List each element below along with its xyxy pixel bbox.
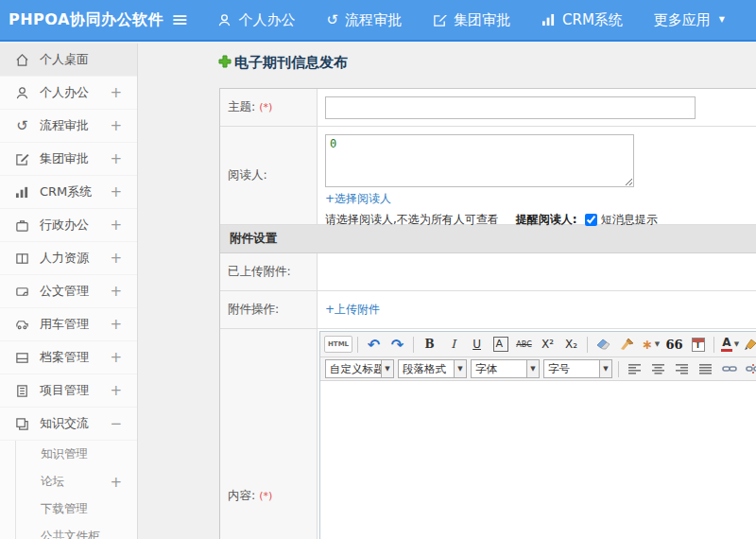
top-nav: 个人办公 ↺ 流程审批 集团审批 CRM系统 更多应用 ▼ xyxy=(217,11,756,29)
remove-link-button[interactable] xyxy=(742,358,756,379)
sidebar-subitem-knowledge-management[interactable]: 知识管理 xyxy=(16,441,137,468)
custom-heading-select[interactable]: 自定义标题 ▼ xyxy=(325,359,394,378)
nav-label: 个人办公 xyxy=(238,11,295,29)
nav-label: 更多应用 xyxy=(654,11,711,29)
sidebar-item-group-approval[interactable]: 集团审批 + xyxy=(0,143,137,176)
bold-button[interactable]: B xyxy=(419,334,440,355)
expand-toggle[interactable]: + xyxy=(110,349,122,366)
app-header: PHPOA协同办公软件 ≡ 个人办公 ↺ 流程审批 集团审批 CRM系统 更多应… xyxy=(0,0,756,42)
sms-notify-label: 短消息提示 xyxy=(601,212,658,228)
sms-notify-checkbox[interactable] xyxy=(585,214,597,226)
clipboard-icon xyxy=(14,383,30,399)
html-source-button[interactable]: HTML xyxy=(324,336,352,353)
layers-icon xyxy=(14,416,30,432)
sidebar-item-workflow-approval[interactable]: ↺ 流程审批 + xyxy=(0,110,137,143)
underline-button[interactable]: U xyxy=(466,334,488,355)
home-icon xyxy=(14,52,30,68)
sidebar-item-document-management[interactable]: 公文管理 + xyxy=(0,275,137,308)
expand-toggle[interactable]: − xyxy=(110,415,122,432)
nav-crm-system[interactable]: CRM系统 xyxy=(541,11,623,29)
autoformat-wand-button[interactable]: ∗ ▼ xyxy=(640,334,662,355)
readers-textarea[interactable]: 0 xyxy=(325,134,634,187)
sidebar-item-knowledge-exchange[interactable]: 知识交流 − xyxy=(0,408,137,441)
sidebar-item-admin-office[interactable]: 行政办公 + xyxy=(0,209,137,242)
sidebar-subitem-forum[interactable]: 论坛 + xyxy=(16,468,137,496)
expand-toggle[interactable]: + xyxy=(110,474,122,491)
expand-toggle[interactable]: + xyxy=(110,316,122,333)
editor-toolbar-row2: 自定义标题 ▼ 段落格式 ▼ 字体 ▼ 字号 ▼ xyxy=(320,357,756,381)
person-icon xyxy=(217,13,232,27)
sidebar-item-label: 项目管理 xyxy=(40,382,89,399)
readers-hint-line: 请选择阅读人,不选为所有人可查看 提醒阅读人: 短消息提示 xyxy=(325,212,756,228)
align-center-button[interactable] xyxy=(647,358,669,379)
chevron-down-icon: ▼ xyxy=(734,340,739,348)
sidebar-item-personal-office[interactable]: 个人办公 + xyxy=(0,77,137,110)
upload-attachment-link[interactable]: +上传附件 xyxy=(325,302,380,318)
required-mark: (*) xyxy=(259,490,272,502)
strikethrough-button[interactable]: ABC xyxy=(513,334,535,355)
sidebar-item-human-resources[interactable]: 人力资源 + xyxy=(0,242,137,275)
superscript-button[interactable]: X² xyxy=(537,334,558,355)
eraser-button[interactable] xyxy=(593,334,614,355)
sidebar-item-crm-system[interactable]: CRM系统 + xyxy=(0,176,137,209)
archive-icon xyxy=(14,350,30,366)
expand-toggle[interactable]: + xyxy=(110,84,122,101)
refresh-icon: ↺ xyxy=(326,13,338,27)
sidebar-subitem-download-management[interactable]: 下载管理 xyxy=(16,496,137,523)
expand-toggle[interactable]: + xyxy=(110,283,122,300)
nav-label: CRM系统 xyxy=(562,11,623,29)
nav-more-apps[interactable]: 更多应用 ▼ xyxy=(654,11,725,29)
sidebar-subitem-label: 论坛 xyxy=(41,474,64,490)
sidebar-subitem-public-file-cabinet[interactable]: 公共文件柜 xyxy=(16,523,137,539)
nav-label: 流程审批 xyxy=(345,11,402,29)
paste-as-text-button[interactable]: T xyxy=(687,334,709,355)
highlight-color-button[interactable]: ▼ xyxy=(743,334,756,355)
nav-group-approval[interactable]: 集团审批 xyxy=(433,11,510,29)
rich-text-editor: HTML ↶ ↷ B I U A ABC X² X₂ xyxy=(319,331,756,539)
format-brush-button[interactable] xyxy=(616,334,638,355)
align-justify-button[interactable] xyxy=(695,358,716,379)
font-family-select[interactable]: 字体 ▼ xyxy=(471,359,540,378)
sidebar-item-label: 公文管理 xyxy=(40,283,89,300)
subject-input[interactable] xyxy=(325,96,696,119)
app-logo: PHPOA协同办公软件 xyxy=(0,10,168,30)
sidebar-subitem-label: 下载管理 xyxy=(41,501,88,517)
expand-toggle[interactable]: + xyxy=(110,382,122,399)
align-left-button[interactable] xyxy=(624,358,645,379)
font-color-icon: A xyxy=(721,337,732,352)
editor-content-area[interactable] xyxy=(320,381,756,539)
expand-toggle[interactable]: + xyxy=(110,117,122,134)
font-color-button[interactable]: A ▼ xyxy=(719,334,741,355)
hamburger-menu-icon[interactable]: ≡ xyxy=(168,9,191,30)
expand-toggle[interactable]: + xyxy=(110,150,122,167)
subscript-button[interactable]: X₂ xyxy=(560,334,582,355)
chevron-down-icon: ▼ xyxy=(655,340,660,348)
attachment-actions-label: 附件操作: xyxy=(228,302,279,318)
sidebar-item-project-management[interactable]: 项目管理 + xyxy=(0,374,137,408)
font-size-select[interactable]: 字号 ▼ xyxy=(543,359,612,378)
edit-square-icon xyxy=(14,151,30,167)
expand-toggle[interactable]: + xyxy=(110,183,122,200)
readers-hint: 请选择阅读人,不选为所有人可查看 xyxy=(325,212,499,228)
italic-button[interactable]: I xyxy=(442,334,464,355)
attachment-section-header: 附件设置 xyxy=(220,225,756,253)
nav-personal-office[interactable]: 个人办公 xyxy=(217,11,295,29)
insert-link-button[interactable] xyxy=(718,358,740,379)
readers-row: 阅读人: 0 +选择阅读人 请选择阅读人,不选为所有人可查看 提醒阅读人: 短消… xyxy=(220,127,756,225)
expand-toggle[interactable]: + xyxy=(110,250,122,267)
sidebar-item-personal-desktop[interactable]: 个人桌面 xyxy=(0,43,137,77)
align-right-button[interactable] xyxy=(671,358,693,379)
sidebar-item-vehicle-management[interactable]: 用车管理 + xyxy=(0,308,137,341)
clipboard-icon: T xyxy=(692,338,705,352)
font-style-button[interactable]: A xyxy=(490,334,511,355)
redo-button[interactable]: ↷ xyxy=(387,334,408,355)
expand-toggle[interactable]: + xyxy=(110,217,122,234)
main-content: 电子期刊信息发布 主题: (*) 阅读人: 0 +选择阅读人 请选择阅读人,不选… xyxy=(139,43,756,539)
blockquote-button[interactable]: 66 xyxy=(663,334,685,355)
nav-workflow-approval[interactable]: ↺ 流程审批 xyxy=(326,11,402,29)
sidebar-subitem-label: 知识管理 xyxy=(41,446,88,462)
paragraph-format-select[interactable]: 段落格式 ▼ xyxy=(398,359,467,378)
sidebar-item-archive-management[interactable]: 档案管理 + xyxy=(0,341,137,374)
undo-button[interactable]: ↶ xyxy=(363,334,385,355)
select-readers-link[interactable]: +选择阅读人 xyxy=(325,191,391,207)
